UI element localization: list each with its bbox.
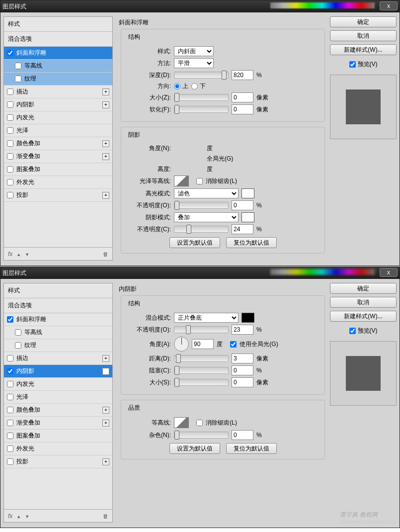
fx-label[interactable]: fx bbox=[8, 251, 12, 258]
plus-icon[interactable]: + bbox=[102, 140, 109, 147]
sidebar-item-grad-overlay[interactable]: 渐变叠加+ bbox=[4, 150, 112, 163]
sidebar-item-drop-shadow[interactable]: 投影+ bbox=[4, 189, 112, 202]
antialias-checkbox[interactable] bbox=[196, 178, 203, 184]
noise-slider[interactable] bbox=[174, 432, 229, 439]
sidebar-item-grad-overlay[interactable]: 渐变叠加+ bbox=[4, 417, 112, 430]
size-slider[interactable] bbox=[174, 379, 229, 386]
plus-icon[interactable]: + bbox=[102, 101, 109, 108]
highlight-opacity-slider[interactable] bbox=[174, 202, 229, 209]
plus-icon[interactable]: + bbox=[102, 89, 109, 95]
close-button[interactable]: x bbox=[380, 268, 398, 277]
new-style-button[interactable]: 新建样式(W)... bbox=[330, 311, 397, 322]
bevel-checkbox[interactable] bbox=[7, 316, 13, 323]
outer-glow-checkbox[interactable] bbox=[7, 179, 13, 185]
plus-icon[interactable]: + bbox=[102, 407, 109, 414]
size-slider[interactable] bbox=[174, 94, 229, 101]
drop-shadow-checkbox[interactable] bbox=[7, 458, 13, 465]
gloss-contour-picker[interactable] bbox=[174, 176, 189, 186]
trash-icon[interactable] bbox=[103, 513, 108, 520]
dir-down-radio[interactable]: 下 bbox=[191, 82, 206, 90]
sidebar-item-color-overlay[interactable]: 颜色叠加+ bbox=[4, 137, 112, 150]
stroke-checkbox[interactable] bbox=[7, 355, 13, 361]
plus-icon[interactable]: + bbox=[102, 368, 109, 375]
sidebar-item-pattern-overlay[interactable]: 图案叠加 bbox=[4, 163, 112, 176]
new-style-button[interactable]: 新建样式(W)... bbox=[330, 44, 397, 55]
noise-input[interactable] bbox=[232, 430, 253, 440]
highlight-color-swatch[interactable] bbox=[241, 188, 254, 198]
sidebar-item-contour[interactable]: 等高线 bbox=[4, 326, 112, 339]
contour-checkbox[interactable] bbox=[15, 329, 21, 336]
fx-label[interactable]: fx bbox=[8, 513, 12, 520]
plus-icon[interactable]: + bbox=[102, 458, 109, 465]
contour-picker[interactable] bbox=[174, 417, 189, 428]
sidebar-item-satin[interactable]: 光泽 bbox=[4, 124, 112, 137]
reset-default-button[interactable]: 复位为默认值 bbox=[226, 237, 277, 248]
plus-icon[interactable]: + bbox=[102, 420, 109, 427]
contour-checkbox[interactable] bbox=[15, 63, 21, 69]
sidebar-item-satin[interactable]: 光泽 bbox=[4, 391, 112, 404]
sidebar-item-inner-glow[interactable]: 内发光 bbox=[4, 111, 112, 124]
sidebar-item-color-overlay[interactable]: 颜色叠加+ bbox=[4, 404, 112, 417]
shadow-color-swatch[interactable] bbox=[241, 313, 254, 323]
inner-shadow-checkbox[interactable] bbox=[7, 368, 13, 374]
sidebar-item-pattern-overlay[interactable]: 图案叠加 bbox=[4, 430, 112, 443]
grad-overlay-checkbox[interactable] bbox=[7, 420, 13, 426]
shadow-opacity-input[interactable] bbox=[232, 224, 253, 234]
blend-options-row[interactable]: 混合选项 bbox=[4, 32, 112, 47]
angle-input[interactable] bbox=[192, 339, 214, 349]
preview-checkbox[interactable] bbox=[349, 328, 356, 334]
cancel-button[interactable]: 取消 bbox=[330, 30, 397, 41]
stroke-checkbox[interactable] bbox=[7, 89, 13, 95]
soften-input[interactable] bbox=[232, 104, 253, 114]
plus-icon[interactable]: + bbox=[102, 355, 109, 362]
distance-slider[interactable] bbox=[174, 355, 229, 362]
size-input[interactable] bbox=[232, 92, 253, 102]
method-select[interactable]: 平滑 bbox=[174, 58, 214, 68]
sidebar-item-stroke[interactable]: 描边+ bbox=[4, 352, 112, 365]
depth-slider[interactable] bbox=[174, 72, 229, 79]
ok-button[interactable]: 确定 bbox=[330, 16, 397, 27]
move-up-icon[interactable] bbox=[16, 513, 21, 520]
drop-shadow-checkbox[interactable] bbox=[7, 192, 13, 198]
shadow-opacity-slider[interactable] bbox=[174, 226, 229, 233]
sidebar-item-texture[interactable]: 纹理 bbox=[4, 339, 112, 352]
blend-mode-select[interactable]: 正片叠底 bbox=[174, 313, 239, 323]
sidebar-item-bevel[interactable]: 斜面和浮雕 bbox=[4, 313, 112, 326]
sidebar-item-outer-glow[interactable]: 外发光 bbox=[4, 176, 112, 189]
plus-icon[interactable]: + bbox=[102, 192, 109, 199]
set-default-button[interactable]: 设置为默认值 bbox=[169, 237, 220, 248]
depth-input[interactable] bbox=[232, 70, 253, 80]
sidebar-item-drop-shadow[interactable]: 投影+ bbox=[4, 455, 112, 468]
color-overlay-checkbox[interactable] bbox=[7, 407, 13, 413]
soften-slider[interactable] bbox=[174, 106, 229, 113]
sidebar-item-contour[interactable]: 等高线 bbox=[4, 60, 112, 73]
angle-dial[interactable] bbox=[174, 337, 189, 352]
highlight-opacity-input[interactable] bbox=[232, 200, 253, 210]
ok-button[interactable]: 确定 bbox=[330, 283, 397, 294]
sidebar-item-bevel[interactable]: 斜面和浮雕 bbox=[4, 47, 112, 60]
outer-glow-checkbox[interactable] bbox=[7, 445, 13, 452]
texture-checkbox[interactable] bbox=[15, 342, 21, 349]
reset-default-button[interactable]: 复位为默认值 bbox=[226, 443, 277, 454]
pattern-overlay-checkbox[interactable] bbox=[7, 166, 13, 173]
antialias-checkbox[interactable] bbox=[196, 420, 203, 426]
style-select[interactable]: 内斜面 bbox=[174, 46, 214, 56]
move-down-icon[interactable] bbox=[25, 513, 29, 520]
dir-up-radio[interactable]: 上 bbox=[174, 82, 188, 90]
inner-glow-checkbox[interactable] bbox=[7, 381, 13, 387]
sidebar-item-stroke[interactable]: 描边+ bbox=[4, 86, 112, 98]
sidebar-item-inner-shadow[interactable]: 内阴影+ bbox=[4, 98, 112, 111]
preview-checkbox[interactable] bbox=[349, 61, 356, 68]
sidebar-item-inner-glow[interactable]: 内发光 bbox=[4, 378, 112, 391]
opacity-input[interactable] bbox=[232, 325, 253, 335]
distance-input[interactable] bbox=[232, 354, 253, 363]
styles-header[interactable]: 样式 bbox=[4, 17, 112, 32]
choke-input[interactable] bbox=[232, 365, 253, 375]
pattern-overlay-checkbox[interactable] bbox=[7, 433, 13, 439]
satin-checkbox[interactable] bbox=[7, 127, 13, 134]
highlight-mode-select[interactable]: 滤色 bbox=[174, 188, 239, 198]
size-input[interactable] bbox=[232, 377, 253, 387]
shadow-mode-select[interactable]: 叠加 bbox=[174, 212, 239, 222]
grad-overlay-checkbox[interactable] bbox=[7, 153, 13, 160]
texture-checkbox[interactable] bbox=[15, 76, 21, 82]
